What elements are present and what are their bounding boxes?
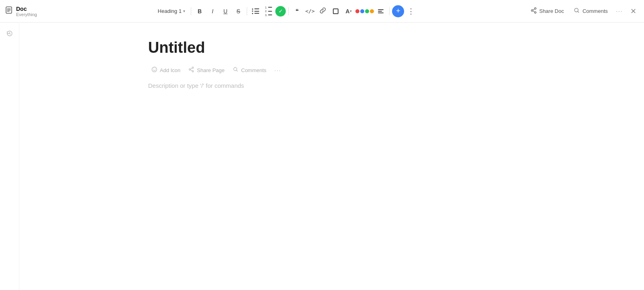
italic-button[interactable]: I	[206, 5, 219, 17]
plus-icon: +	[396, 7, 400, 15]
heading-selector[interactable]: Heading 1 ▾	[155, 5, 188, 17]
link-icon	[320, 7, 326, 15]
code-button[interactable]: </>	[304, 5, 316, 17]
strikethrough-button[interactable]: S	[232, 5, 244, 17]
doc-title-group: Doc Everything	[16, 6, 37, 17]
svg-point-17	[189, 69, 191, 70]
color-dot-amber	[370, 9, 374, 13]
doc-icon	[5, 6, 13, 16]
close-button[interactable]: ✕	[627, 5, 639, 17]
link-button[interactable]	[317, 5, 329, 17]
toolbar: Heading 1 ▾ B I U S	[63, 5, 509, 17]
code-icon: </>	[305, 8, 314, 14]
add-icon-label: Add Icon	[160, 67, 180, 73]
check-icon: ✓	[279, 8, 283, 14]
svg-line-7	[533, 9, 535, 10]
page-description[interactable]: Description or type '/' for commands	[148, 82, 644, 89]
kebab-menu-icon: ⋮	[407, 8, 415, 15]
add-button[interactable]: +	[392, 5, 404, 17]
divider-1	[191, 7, 191, 15]
svg-point-15	[155, 69, 156, 70]
color-dot-red	[355, 9, 359, 13]
history-button[interactable]	[3, 28, 16, 41]
color-dot-blue	[360, 9, 364, 13]
history-icon	[6, 30, 13, 39]
heading-label: Heading 1	[158, 8, 182, 14]
share-doc-button[interactable]: Share Doc	[526, 5, 568, 18]
svg-line-20	[191, 70, 192, 71]
doc-info: Doc Everything	[5, 6, 61, 17]
svg-line-22	[237, 70, 238, 72]
numbered-list-button[interactable]: 1. 2. 3.	[262, 5, 275, 17]
svg-point-16	[192, 67, 194, 68]
smile-icon	[151, 66, 157, 74]
comments-button[interactable]: Comments	[570, 5, 612, 18]
divider-2	[247, 7, 247, 15]
topbar-right: Share Doc Comments ··· ✕	[510, 5, 639, 18]
page-comments-label: Comments	[241, 67, 266, 73]
ellipsis-icon: ···	[616, 8, 623, 14]
svg-point-4	[535, 8, 536, 9]
doc-sub: Everything	[16, 12, 37, 17]
svg-line-19	[191, 68, 192, 69]
underline-button[interactable]: U	[219, 5, 231, 17]
text-color-button[interactable]: A ▾	[343, 5, 355, 17]
topbar-ellipsis-button[interactable]: ···	[613, 5, 625, 17]
quote-icon: ❝	[295, 8, 299, 15]
svg-line-10	[578, 11, 579, 12]
comments-label: Comments	[582, 8, 608, 14]
page-more-icon: ···	[275, 67, 281, 73]
more-options-button[interactable]: ⋮	[405, 5, 417, 17]
page-more-button[interactable]: ···	[271, 64, 285, 76]
align-icon	[378, 9, 384, 13]
svg-point-14	[153, 69, 154, 70]
done-button[interactable]: ✓	[275, 6, 286, 17]
embed-button[interactable]	[330, 5, 342, 17]
add-icon-button[interactable]: Add Icon	[148, 64, 184, 76]
page-actions: Add Icon Share Page	[148, 64, 644, 76]
svg-line-12	[10, 34, 10, 35]
svg-point-6	[535, 12, 536, 13]
page-title[interactable]: Untitled	[148, 39, 644, 56]
page-comments-button[interactable]: Comments	[229, 64, 270, 76]
chevron-down-icon: ▾	[183, 9, 185, 13]
share-doc-icon	[530, 7, 537, 15]
share-page-button[interactable]: Share Page	[185, 64, 228, 76]
svg-line-8	[533, 11, 535, 12]
share-page-label: Share Page	[197, 67, 225, 73]
divider-4	[389, 7, 390, 15]
align-button[interactable]	[375, 5, 387, 17]
share-doc-label: Share Doc	[539, 8, 564, 14]
close-icon: ✕	[630, 7, 636, 16]
text-color-icon: A	[346, 8, 350, 14]
topbar: Doc Everything Heading 1 ▾ B I U S	[0, 0, 644, 23]
bullet-list-button[interactable]	[250, 5, 262, 17]
page-search-icon	[233, 66, 239, 74]
bold-button[interactable]: B	[194, 5, 206, 17]
color-palette	[355, 9, 374, 13]
main-content: Untitled Add Icon	[19, 23, 644, 290]
svg-point-18	[192, 70, 194, 72]
svg-point-13	[152, 67, 157, 72]
share-page-icon	[188, 66, 194, 74]
numbered-list-icon: 1. 2. 3.	[265, 6, 272, 17]
search-icon	[574, 7, 580, 15]
sidebar	[0, 23, 19, 290]
box-icon	[333, 8, 339, 14]
quote-button[interactable]: ❝	[291, 5, 303, 17]
text-color-chevron: ▾	[350, 9, 352, 13]
color-dot-green	[365, 9, 369, 13]
doc-name: Doc	[16, 6, 37, 12]
svg-point-5	[531, 10, 533, 11]
divider-3	[288, 7, 289, 15]
bullet-list-icon	[252, 8, 259, 14]
